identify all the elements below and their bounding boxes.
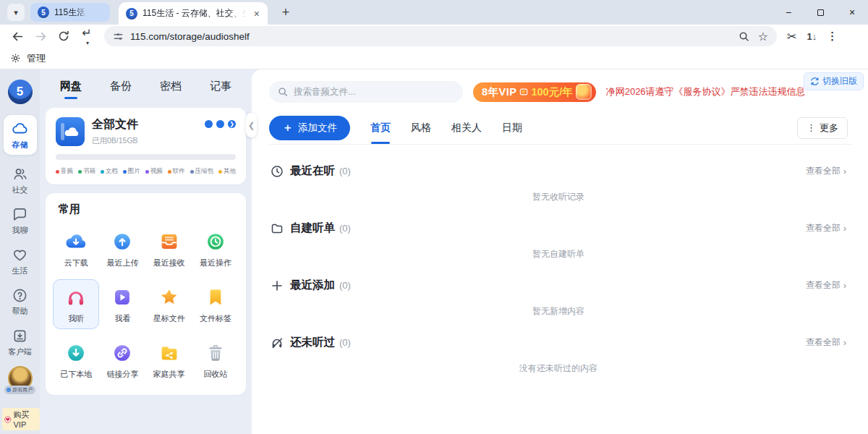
all-files-header: 全部文件 已用0B/15GB ❯ xyxy=(56,117,236,146)
common-item-recycle-bin[interactable]: 回收站 xyxy=(192,335,239,385)
empty-state-text: 暂无收听记录 xyxy=(271,191,846,203)
minimize-button[interactable]: − xyxy=(773,0,804,25)
pager-dots: ❯ xyxy=(205,120,236,128)
view-all-link[interactable]: 查看全部› xyxy=(806,222,846,234)
vip-ticket-icon xyxy=(519,88,528,96)
common-item-my-listening[interactable]: 我听 xyxy=(53,279,99,329)
pager-next-icon[interactable]: ❯ xyxy=(228,120,236,128)
client-download-icon xyxy=(12,328,28,344)
page-body: 5 存储 社交 我聊 生活 帮助 客户端 原石用户 xyxy=(0,69,868,434)
search-input[interactable] xyxy=(294,87,438,97)
common-item-my-watching[interactable]: 我看 xyxy=(99,279,145,329)
view-all-link[interactable]: 查看全部› xyxy=(806,279,846,292)
more-label: 更多 xyxy=(820,122,838,135)
common-item-starred-files[interactable]: 星标文件 xyxy=(146,279,192,329)
tab-related-people[interactable]: 相关人 xyxy=(451,111,482,144)
legend-item: 文档 xyxy=(101,167,118,176)
new-tab-button[interactable]: + xyxy=(276,3,295,22)
extensions-area: ✂ 1↓ ⋮ xyxy=(787,30,838,43)
return-extension-button[interactable]: ↵ ▾ xyxy=(77,26,97,46)
tab-title: 115生活 xyxy=(54,7,85,19)
sidebar-item-storage[interactable]: 存储 xyxy=(4,115,37,155)
legend-dot xyxy=(168,170,171,174)
bookmark-manage[interactable]: 管理 xyxy=(27,52,46,65)
sidebar-item-chat[interactable]: 我聊 xyxy=(4,206,37,236)
family-folder-icon xyxy=(157,341,182,365)
switch-old-version-button[interactable]: 切换旧版 xyxy=(804,72,864,90)
back-button[interactable] xyxy=(7,26,27,46)
user-profile[interactable]: 原石用户 xyxy=(4,366,35,394)
common-item-link-share[interactable]: 链接分享 xyxy=(99,335,145,385)
common-item-recent-upload[interactable]: 最近上传 xyxy=(99,224,145,273)
forward-button[interactable] xyxy=(30,26,51,46)
buy-vip-button[interactable]: 购买VIP xyxy=(2,408,40,430)
back-icon xyxy=(12,30,24,43)
tab-date[interactable]: 日期 xyxy=(502,111,522,144)
common-item-downloaded-local[interactable]: 已下本地 xyxy=(53,335,99,385)
sidebar-item-life[interactable]: 生活 xyxy=(4,247,37,276)
url-text[interactable]: 115.com/storage/audioshelf xyxy=(130,31,250,42)
download-manager-icon[interactable]: 1↓ xyxy=(807,31,817,42)
forward-icon xyxy=(35,30,47,43)
pager-dot[interactable] xyxy=(205,120,213,128)
close-button[interactable]: × xyxy=(836,0,868,25)
url-bar[interactable]: 115.com/storage/audioshelf ☆ xyxy=(104,26,777,46)
section-header: 自建听单 (0) 查看全部› xyxy=(271,221,846,236)
cloud-download-icon xyxy=(64,229,88,254)
folder-icon xyxy=(271,222,284,235)
panel-tab-notes[interactable]: 记事 xyxy=(210,80,231,99)
all-files-icon xyxy=(56,117,85,146)
tab-home[interactable]: 首页 xyxy=(370,111,391,144)
bookmark-star-icon[interactable]: ☆ xyxy=(758,30,768,43)
reload-button[interactable] xyxy=(54,26,74,46)
audio-shelf-main: ❮ 切换旧版 8年VIP 100元/年 净网2026请遵守《服务协议》严禁违法违… xyxy=(252,69,868,434)
add-file-button[interactable]: ＋ 添加文件 xyxy=(269,116,350,140)
panel-collapse-handle[interactable]: ❮ xyxy=(246,113,257,137)
more-button[interactable]: ⋮ 更多 xyxy=(797,117,848,139)
brand-logo-115[interactable]: 5 xyxy=(8,80,33,104)
common-item-recent-actions[interactable]: 最近操作 xyxy=(192,224,239,273)
view-all-link[interactable]: 查看全部› xyxy=(806,165,846,177)
chevron-down-icon: ▾ xyxy=(14,8,18,17)
clock-circle-icon xyxy=(203,229,228,254)
sidebar-item-help[interactable]: 帮助 xyxy=(4,287,37,317)
panel-tab-backup[interactable]: 备份 xyxy=(110,80,132,99)
chevron-right-icon: › xyxy=(843,166,846,176)
trash-icon xyxy=(203,341,228,365)
browser-toolbar: ↵ ▾ 115.com/storage/audioshelf ☆ ✂ 1↓ ⋮ xyxy=(0,25,868,48)
bookmarks-bar: 管理 xyxy=(0,48,868,69)
vip-banner[interactable]: 8年VIP 100元/年 xyxy=(473,82,596,102)
browser-menu-icon[interactable]: ⋮ xyxy=(827,30,838,43)
common-item-recent-received[interactable]: 最近接收 xyxy=(146,224,192,273)
file-type-legend: 音频 书籍 文档 图片 视频 软件 压缩包 其他 xyxy=(56,167,236,176)
common-item-file-tags[interactable]: 文件标签 xyxy=(192,279,239,329)
clock-icon xyxy=(271,165,284,178)
scissors-extension-icon[interactable]: ✂ xyxy=(787,30,796,43)
sidebar-item-social[interactable]: 社交 xyxy=(4,166,37,195)
zoom-icon[interactable] xyxy=(739,31,749,42)
tab-close-icon[interactable]: × xyxy=(252,8,262,20)
gear-icon xyxy=(10,53,21,64)
vip-heart-icon xyxy=(4,415,12,424)
view-all-link[interactable]: 查看全部› xyxy=(806,336,846,349)
sidebar-item-client[interactable]: 客户端 xyxy=(4,328,37,357)
tab-genre[interactable]: 风格 xyxy=(411,111,431,144)
panel-tabs: 网盘 备份 密档 记事 xyxy=(40,69,252,108)
legend-item: 压缩包 xyxy=(190,167,214,176)
all-files-card[interactable]: 全部文件 已用0B/15GB ❯ 音频 书籍 文档 图片 视频 软件 压缩包 其… xyxy=(46,108,246,184)
pager-dot[interactable] xyxy=(216,120,224,128)
browser-tab-1[interactable]: 5 115生活 xyxy=(30,3,110,22)
tab-search-button[interactable]: ▾ xyxy=(7,4,25,21)
common-item-cloud-download[interactable]: 云下载 xyxy=(53,224,99,273)
panel-tab-drive[interactable]: 网盘 xyxy=(60,80,82,99)
maximize-button[interactable] xyxy=(804,0,836,25)
browser-tab-2-active[interactable]: 5 115生活 - 云存储、社交、生活 × xyxy=(119,2,268,25)
search-box[interactable] xyxy=(269,81,463,103)
site-info-icon[interactable] xyxy=(113,31,124,42)
common-item-family-share[interactable]: 家庭共享 xyxy=(146,335,192,385)
panel-tab-vault[interactable]: 密档 xyxy=(160,80,182,99)
section-recently-listening: 最近在听 (0) 查看全部› 暂无收听记录 xyxy=(271,163,846,203)
plus-icon xyxy=(271,279,284,292)
all-files-texts: 全部文件 已用0B/15GB xyxy=(92,117,138,146)
section-count: (0) xyxy=(339,166,351,176)
